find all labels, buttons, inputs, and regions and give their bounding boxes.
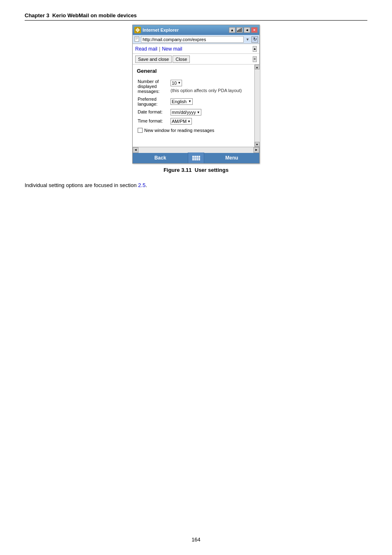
grid-menu-button[interactable] xyxy=(188,153,204,163)
title-bar: Internet Explorer ▲ ◄ × xyxy=(133,25,259,35)
figure-number: Figure 3.11 xyxy=(164,167,192,173)
table-row: Number of displayed messages: 10 ▼ (this… xyxy=(137,77,255,95)
nav-separator: | xyxy=(159,46,160,52)
value-date-format: mm/dd/yyyy ▼ xyxy=(170,108,255,117)
section-link[interactable]: 2.5 xyxy=(138,182,145,188)
back-button[interactable]: Back xyxy=(133,153,188,163)
chapter-label: Chapter 3 xyxy=(25,12,49,18)
checkbox-row: New window for reading messages xyxy=(138,127,254,134)
date-format-select[interactable]: mm/dd/yyyy ▼ xyxy=(171,109,201,116)
nav-links: Read mail | New mail xyxy=(135,46,182,52)
grid-icon xyxy=(192,156,200,160)
date-format-value: mm/dd/yyyy xyxy=(172,110,196,115)
nav-bar: Read mail | New mail ▲ xyxy=(133,44,259,54)
bottom-nav: Back Menu xyxy=(133,153,259,163)
body-text-start: Individual setting options are focused i… xyxy=(25,182,138,188)
nav-scroll-up[interactable]: ▲ xyxy=(253,46,257,52)
page-icon xyxy=(134,36,140,43)
time-format-select[interactable]: AM/PM ▼ xyxy=(171,118,192,125)
menu-button[interactable]: Menu xyxy=(204,153,259,163)
checkbox-cell: New window for reading messages xyxy=(137,126,255,135)
svg-rect-11 xyxy=(136,39,137,39)
dropdown-icon: ▼ xyxy=(178,81,181,85)
hscroll-track[interactable] xyxy=(138,147,254,153)
browser-content: General Number of displayed messages: 10 xyxy=(133,65,259,147)
body-text: Individual setting options are focused i… xyxy=(25,181,367,190)
browser-main: General Number of displayed messages: 10 xyxy=(133,65,259,147)
messages-count-select[interactable]: 10 ▼ xyxy=(171,80,182,86)
signal-button xyxy=(236,27,243,33)
browser-window: Internet Explorer ▲ ◄ × xyxy=(132,25,260,164)
figure-caption-text: User settings xyxy=(195,167,228,173)
scroll-up-button[interactable]: ▲ xyxy=(255,65,260,69)
section-title: General xyxy=(137,68,255,74)
horizontal-scrollbar: ◄ ► xyxy=(133,147,259,153)
main-content: Internet Explorer ▲ ◄ × xyxy=(25,25,367,190)
new-window-checkbox[interactable] xyxy=(138,128,143,133)
value-displayed-messages: 10 ▼ (this option affects only PDA layou… xyxy=(170,77,255,95)
toolbar: Save and close Close ≡ xyxy=(133,54,259,65)
chapter-title: Kerio WebMail on mobile devices xyxy=(52,12,137,18)
date-dropdown-icon: ▼ xyxy=(197,111,200,114)
scroll-track[interactable] xyxy=(255,69,260,142)
table-row: Preferred language: English ▼ xyxy=(137,95,255,108)
time-format-value: AM/PM xyxy=(172,119,187,124)
address-bar: ▼ ↻ xyxy=(133,35,259,44)
back-titlebar-button[interactable]: ◄ xyxy=(244,27,250,33)
label-displayed-messages: Number of displayed messages: xyxy=(137,77,170,95)
close-button[interactable]: Close xyxy=(173,56,190,63)
svg-rect-10 xyxy=(136,38,138,39)
vertical-scrollbar: ▲ ▼ xyxy=(254,65,259,147)
checkbox-label: New window for reading messages xyxy=(144,128,214,133)
label-date-format: Date format: xyxy=(137,108,170,117)
body-text-end: . xyxy=(145,182,147,188)
toolbar-scroll[interactable]: ≡ xyxy=(253,56,257,62)
label-language: Preferred language: xyxy=(137,95,170,108)
settings-table: Number of displayed messages: 10 ▼ (this… xyxy=(137,77,255,135)
title-bar-controls: ▲ ◄ × xyxy=(229,27,258,33)
language-dropdown-icon: ▼ xyxy=(188,99,191,103)
new-mail-link[interactable]: New mail xyxy=(162,46,182,52)
value-language: English ▼ xyxy=(170,95,255,108)
page-number: 164 xyxy=(0,536,392,543)
scroll-left-button[interactable]: ◄ xyxy=(133,147,138,153)
refresh-button[interactable]: ↻ xyxy=(251,36,258,43)
chapter-header: Chapter 3 Kerio WebMail on mobile device… xyxy=(25,12,367,21)
address-input[interactable] xyxy=(141,36,244,43)
svg-rect-7 xyxy=(241,28,242,32)
browser-title: Internet Explorer xyxy=(143,28,227,32)
scroll-right-button[interactable]: ► xyxy=(254,147,259,153)
language-value: English xyxy=(172,99,187,104)
language-select[interactable]: English ▼ xyxy=(171,98,193,105)
svg-rect-9 xyxy=(136,37,138,38)
svg-rect-5 xyxy=(238,30,239,32)
toolbar-left: Save and close Close xyxy=(135,56,190,63)
value-time-format: AM/PM ▼ xyxy=(170,117,255,126)
dropdown-arrow[interactable]: ▼ xyxy=(245,37,250,42)
browser-icon xyxy=(134,27,141,33)
time-dropdown-icon: ▼ xyxy=(187,120,191,123)
table-row: Time format: AM/PM ▼ xyxy=(137,117,255,126)
close-window-button[interactable]: × xyxy=(251,27,258,33)
messages-hint: (this option affects only PDA layout) xyxy=(171,88,242,93)
svg-rect-6 xyxy=(240,29,240,32)
svg-rect-4 xyxy=(237,30,238,32)
label-time-format: Time format: xyxy=(137,117,170,126)
scroll-down-button[interactable]: ▼ xyxy=(255,142,260,147)
browser-inner: General Number of displayed messages: 10 xyxy=(133,65,259,147)
minimize-button[interactable]: ▲ xyxy=(229,27,235,33)
table-row: New window for reading messages xyxy=(137,126,255,135)
read-mail-link[interactable]: Read mail xyxy=(135,46,157,52)
save-close-button[interactable]: Save and close xyxy=(135,56,172,63)
table-row: Date format: mm/dd/yyyy ▼ xyxy=(137,108,255,117)
messages-count-value: 10 xyxy=(172,81,177,86)
figure-caption: Figure 3.11 User settings xyxy=(25,167,367,173)
